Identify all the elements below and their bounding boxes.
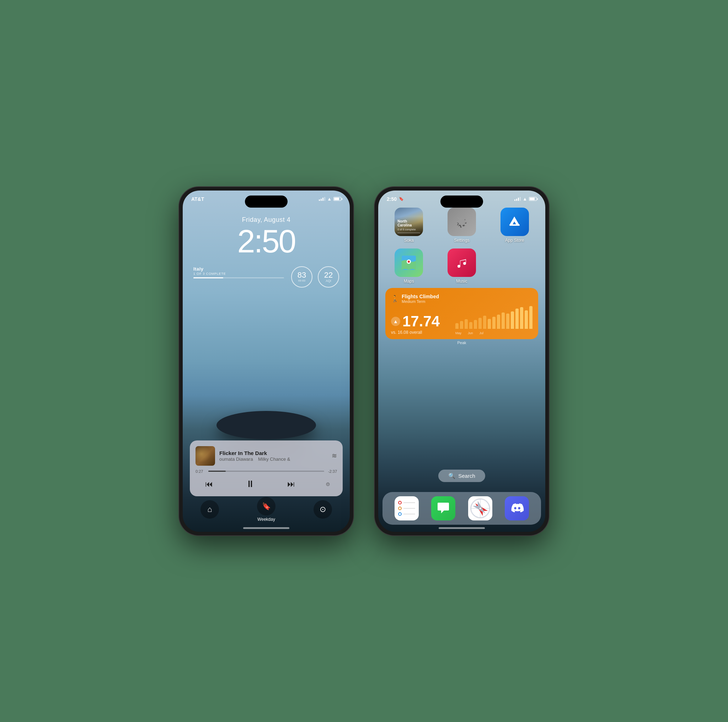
peak-left: ▲ 17.74 vs. 16.08 overall — [391, 314, 440, 335]
settings-gear-icon — [453, 213, 471, 231]
messages-icon[interactable] — [431, 496, 455, 520]
settings-icon[interactable] — [448, 208, 476, 236]
home-status-right: ▲ — [514, 196, 537, 202]
signal-bar-3 — [323, 198, 323, 201]
soka-progress — [398, 233, 420, 233]
safari-icon[interactable] — [468, 496, 492, 520]
battery-icon — [333, 197, 341, 201]
left-phone-screen: AT&T ▲ Friday, August 4 2:50 — [183, 191, 350, 532]
song-artist: oumata Diawara Milky Chance & — [219, 456, 327, 462]
aqi-circle: 22 AQI — [318, 266, 339, 288]
flashlight-button[interactable]: ⌂ — [200, 500, 219, 519]
signal-bar-1 — [319, 199, 320, 201]
album-art-inner — [196, 446, 215, 466]
music-svg-icon — [454, 255, 470, 271]
status-right: ▲ — [319, 196, 341, 202]
soka-overlay: NorthCarolina 0 of 6 complete — [395, 217, 423, 236]
search-button[interactable]: 🔍 Search — [438, 470, 485, 482]
soka-label: Söka — [404, 238, 414, 243]
remaining-time: -2:37 — [327, 469, 337, 474]
camera-button[interactable]: ⊙ — [314, 500, 332, 519]
progress-bar — [208, 471, 324, 472]
chart-bar — [488, 319, 491, 329]
peak-figure-icon: 🚶 — [391, 295, 399, 303]
temp-range: 69 83 — [298, 279, 305, 282]
maps-app-wrap[interactable]: Maps — [385, 248, 433, 284]
chart-bar — [502, 312, 505, 329]
carrier-label: AT&T — [191, 196, 204, 202]
reminders-inner — [395, 496, 419, 520]
music-icon[interactable] — [448, 248, 476, 277]
appstore-svg-icon — [506, 214, 523, 229]
search-icon: 🔍 — [448, 473, 455, 479]
aqi-value: 22 — [324, 271, 333, 279]
play-pause-button[interactable]: ⏸ — [244, 478, 257, 491]
lock-time: 2:50 — [183, 225, 350, 257]
home-wifi-icon: ▲ — [523, 196, 527, 202]
music-progress: 0:27 -2:37 — [196, 469, 337, 474]
maps-icon[interactable] — [395, 248, 423, 277]
discord-svg-icon — [510, 501, 524, 515]
peak-header: 🚶 Flights Climbed Medium Term — [391, 294, 532, 304]
home-screen: 2:50 🔖 ▲ — [378, 191, 545, 532]
reminders-icon[interactable] — [395, 496, 419, 520]
weather-widgets: 83 69 83 22 AQI — [291, 266, 339, 288]
wifi-icon: ▲ — [327, 196, 332, 202]
music-top: Flicker In The Dark oumata Diawara Milky… — [196, 446, 337, 466]
aqi-label: AQI — [326, 279, 331, 283]
progress-fill — [208, 471, 226, 472]
home-screen-content: NorthCarolina 0 of 6 complete Söka — [378, 202, 545, 532]
chart-month-jul: Jul — [480, 331, 484, 335]
soka-widget[interactable]: NorthCarolina 0 of 6 complete — [395, 208, 423, 236]
chart-bar — [520, 307, 523, 329]
appstore-icon[interactable] — [500, 208, 529, 236]
fast-forward-button[interactable]: ⏭ — [285, 478, 298, 491]
peak-widget[interactable]: 🚶 Flights Climbed Medium Term ▲ 17.74 — [385, 288, 538, 339]
weekday-label: Weekday — [257, 517, 275, 522]
chart-month-labels: May Jun Jul — [455, 331, 532, 335]
reminder-line-2 — [404, 508, 415, 509]
soka-sub: 0 of 6 complete — [398, 228, 420, 231]
peak-widget-wrap: 🚶 Flights Climbed Medium Term ▲ 17.74 — [378, 284, 545, 345]
peak-title-wrap: Flights Climbed Medium Term — [402, 294, 439, 304]
reminder-dot-orange — [398, 506, 402, 510]
home-time: 2:50 — [387, 196, 397, 202]
bookmark-status-icon: 🔖 — [399, 197, 404, 201]
lock-bottom-controls: ⌂ 🔖 Weekday ⊙ — [183, 497, 350, 522]
chart-month-may: May — [455, 331, 461, 335]
search-btn-wrap: 🔍 Search — [378, 470, 545, 488]
rewind-button[interactable]: ⏮ — [203, 478, 216, 491]
music-player: Flicker In The Dark oumata Diawara Milky… — [190, 441, 343, 496]
music-app-wrap[interactable]: Music — [438, 248, 486, 284]
home-signal-bars — [514, 197, 521, 201]
app-grid: NorthCarolina 0 of 6 complete Söka — [378, 202, 545, 284]
artist-name: oumata Diawara — [219, 456, 253, 462]
music-controls: ⏮ ⏸ ⏭ ⌾ — [196, 478, 337, 491]
song-title: Flicker In The Dark — [219, 450, 327, 456]
island-body — [217, 411, 316, 439]
signal-bar-4 — [324, 197, 325, 201]
home-battery-fill — [530, 198, 535, 200]
home-indicator-right — [439, 527, 485, 529]
home-signal-2 — [516, 199, 517, 201]
peak-chart-wrap: May Jun Jul — [455, 306, 532, 335]
italy-label: Italy — [193, 266, 284, 272]
chart-month-jun: Jun — [468, 331, 473, 335]
soka-app-wrap[interactable]: NorthCarolina 0 of 6 complete Söka — [385, 208, 433, 243]
discord-icon[interactable] — [505, 496, 529, 520]
settings-label: Settings — [454, 238, 469, 243]
appstore-label: App Store — [505, 238, 524, 243]
lock-date: Friday, August 4 — [183, 216, 350, 223]
maps-label: Maps — [404, 279, 414, 284]
lock-widgets: Italy 1 OF 3 COMPLETE 83 69 83 22 AQI — [183, 266, 350, 288]
reminder-line-3 — [404, 514, 415, 514]
italy-sub: 1 OF 3 COMPLETE — [193, 272, 284, 275]
reminder-row-1 — [398, 501, 415, 505]
dynamic-island-right — [440, 196, 483, 208]
chart-bar — [469, 322, 473, 329]
chart-bar — [492, 317, 496, 329]
appstore-app-wrap[interactable]: App Store — [491, 208, 538, 243]
weekday-button[interactable]: 🔖 Weekday — [257, 497, 275, 522]
soka-title: NorthCarolina — [398, 219, 420, 227]
settings-app-wrap[interactable]: Settings — [438, 208, 486, 243]
